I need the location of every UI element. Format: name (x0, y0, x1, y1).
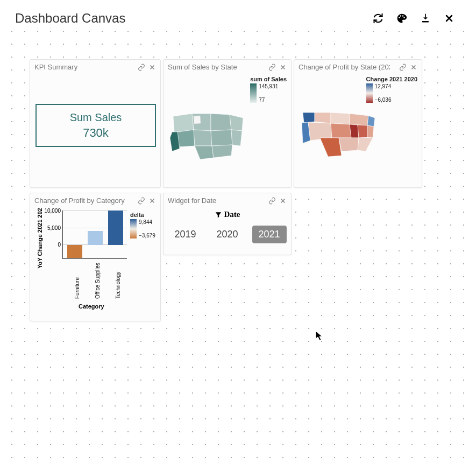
link-icon[interactable] (268, 197, 276, 205)
legend-max: 12,974 (375, 83, 392, 89)
kpi-value: 730k (83, 126, 109, 140)
us-map-icon (168, 108, 248, 162)
x-axis-label: Category (79, 303, 104, 310)
widget-title: Change of Profit by Category (34, 197, 125, 205)
link-icon[interactable] (138, 64, 145, 71)
widget-title: Widget for Date (168, 197, 216, 205)
widget-map-sales[interactable]: Sum of Sales by State sum of Sales (163, 59, 292, 188)
toolbar (373, 13, 454, 24)
x-tick: Furniture (74, 277, 80, 299)
link-icon[interactable] (268, 64, 276, 71)
close-icon[interactable] (279, 64, 287, 71)
refresh-icon[interactable] (373, 13, 383, 24)
legend-min: −3,679 (139, 233, 155, 238)
close-icon[interactable] (148, 64, 156, 71)
close-icon[interactable] (148, 197, 156, 205)
cursor-icon (315, 331, 324, 341)
link-icon[interactable] (399, 64, 407, 71)
legend-title: sum of Sales (250, 76, 287, 82)
bar-chart: 10,000 5,000 0 (62, 211, 127, 259)
y-tick: 10,000 (44, 208, 63, 214)
legend-title: delta (130, 212, 155, 218)
y-tick: 0 (58, 242, 63, 248)
close-icon[interactable] (279, 197, 287, 205)
filter-option-2020[interactable]: 2020 (210, 226, 244, 243)
palette-icon[interactable] (396, 13, 407, 24)
x-tick: Technology (115, 271, 121, 299)
filter-option-2021[interactable]: 2021 (252, 226, 287, 243)
kpi-label: Sum Sales (70, 111, 122, 124)
bar-office-supplies (88, 231, 103, 245)
widget-date-filter[interactable]: Widget for Date Date 2019 2020 2021 (163, 193, 292, 255)
x-tick: Office Supplies (95, 263, 101, 299)
close-icon[interactable] (410, 64, 417, 71)
widget-kpi[interactable]: KPI Summary Sum Sales 730k (30, 59, 161, 188)
filter-label: Date (164, 208, 291, 219)
y-axis-label: YoY Change 2021 202 (37, 208, 43, 269)
link-icon[interactable] (138, 197, 145, 205)
widget-map-profit-change[interactable]: Change of Profit by State (2021 Change 2… (294, 59, 422, 188)
bar-furniture (67, 245, 82, 258)
filter-icon (215, 211, 222, 219)
legend-title: Change 2021 2020 (366, 76, 417, 82)
legend-max: 9,844 (139, 219, 155, 225)
legend-min: 77 (259, 97, 278, 103)
kpi-box: Sum Sales 730k (35, 104, 156, 147)
bar-technology (108, 211, 123, 245)
widget-bar-category[interactable]: Change of Profit by Category YoY Change … (30, 193, 161, 321)
widget-title: Change of Profit by State (2021 (299, 63, 390, 71)
svg-rect-1 (422, 21, 429, 23)
y-tick: 5,000 (47, 225, 63, 231)
us-map-icon (299, 108, 379, 162)
widget-title: Sum of Sales by State (168, 63, 237, 71)
svg-rect-0 (425, 14, 426, 19)
filter-label-text: Date (224, 210, 240, 219)
page-title: Dashboard Canvas (15, 11, 125, 26)
filter-option-2019[interactable]: 2019 (168, 226, 202, 243)
legend-min: −6,036 (375, 97, 392, 103)
widget-title: KPI Summary (34, 63, 77, 71)
dashboard-canvas[interactable]: KPI Summary Sum Sales 730k Sum of Sales … (0, 31, 476, 463)
download-icon[interactable] (420, 13, 431, 24)
legend-max: 145,931 (259, 83, 278, 89)
close-icon[interactable] (444, 13, 454, 24)
